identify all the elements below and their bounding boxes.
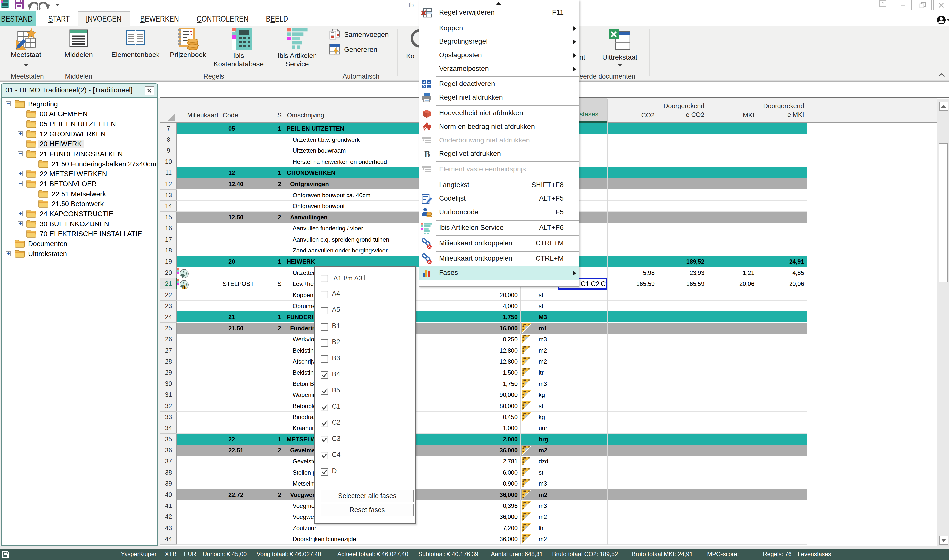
svg-text:B: B (424, 149, 430, 159)
